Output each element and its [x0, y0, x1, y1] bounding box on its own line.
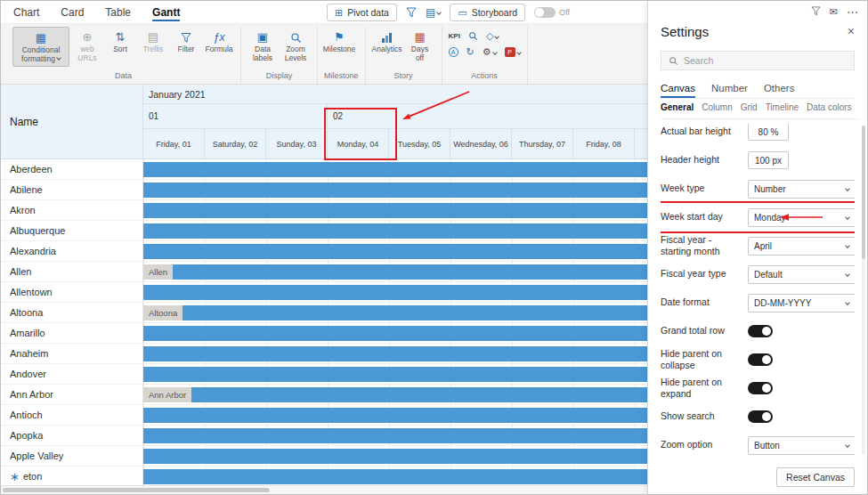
gantt-bar[interactable]	[143, 203, 649, 218]
subtab-data-colors[interactable]: Data colors	[807, 102, 852, 118]
data-labels-button[interactable]: ▣ Data labels	[247, 27, 278, 65]
gantt-bar[interactable]	[191, 387, 649, 402]
row-name-cell[interactable]: Allen	[1, 262, 143, 281]
subtab-grid[interactable]: Grid	[741, 102, 758, 118]
conditional-formatting-button[interactable]: ▦ Conditional formatting	[12, 27, 69, 67]
storyboard-toggle[interactable]: Off	[534, 7, 570, 18]
storyboard-button[interactable]: ▭ Storyboard	[450, 4, 525, 21]
row-name-cell[interactable]: Anaheim	[1, 344, 143, 363]
gantt-bar[interactable]	[143, 326, 649, 341]
pivot-data-button[interactable]: ⊞ Pivot data	[327, 4, 397, 21]
gantt-row[interactable]: Aberdeen	[1, 159, 649, 180]
row-name-cell[interactable]: Alexandria	[1, 241, 143, 261]
name-column-header[interactable]: Name	[1, 85, 143, 158]
gantt-bar[interactable]	[143, 162, 649, 177]
row-name-cell[interactable]: Aberdeen	[1, 159, 143, 179]
gantt-row[interactable]: Apple Valley	[1, 446, 649, 467]
day-header-cell[interactable]: Sunday, 03	[266, 129, 328, 158]
subtab-timeline[interactable]: Timeline	[766, 102, 799, 118]
gantt-bar[interactable]	[173, 264, 649, 280]
gantt-row[interactable]: Anaheim	[1, 344, 649, 364]
tab-gantt[interactable]: Gantt	[152, 3, 180, 21]
gantt-row[interactable]: Andover	[1, 364, 649, 385]
value-input[interactable]: 80 %	[748, 124, 789, 141]
toggle-switch[interactable]	[748, 325, 773, 337]
gantt-bar[interactable]	[143, 428, 649, 443]
month-header[interactable]: January 2021	[143, 85, 649, 104]
filter-icon[interactable]	[811, 6, 821, 18]
gantt-bar[interactable]	[143, 244, 649, 259]
day-header-cell[interactable]: Wednesday, 06	[450, 129, 512, 158]
day-header-cell[interactable]: Saturday, 02	[205, 129, 266, 158]
tab-table[interactable]: Table	[105, 3, 131, 21]
horizontal-scrollbar[interactable]	[1, 485, 649, 494]
gantt-bar[interactable]	[143, 346, 649, 361]
formula-button[interactable]: ƒx Formula	[204, 27, 234, 56]
tab-number[interactable]: Number	[711, 83, 748, 98]
more-options-icon[interactable]: ⋯	[847, 5, 858, 19]
row-name-cell[interactable]: Ann Arbor	[1, 385, 143, 404]
toggle-switch[interactable]	[748, 353, 773, 366]
scrollbar-thumb[interactable]	[3, 488, 270, 492]
gantt-bar[interactable]	[143, 285, 649, 300]
row-name-cell[interactable]: Akron	[1, 200, 143, 220]
tab-canvas[interactable]: Canvas	[661, 83, 695, 98]
row-name-cell[interactable]: ∗ eton	[1, 467, 143, 486]
refresh-icon[interactable]: ↻	[466, 46, 475, 58]
reset-canvas-button[interactable]: Reset Canvas	[776, 467, 855, 487]
gantt-row[interactable]: Allen Allen	[1, 262, 649, 282]
gantt-row[interactable]: Abilene	[1, 180, 649, 200]
tab-card[interactable]: Card	[61, 3, 84, 21]
gear-icon[interactable]: ⚙	[483, 46, 497, 58]
gantt-bar[interactable]	[143, 183, 649, 198]
gantt-bar[interactable]	[143, 223, 649, 239]
kpi-button[interactable]: KPI	[449, 32, 460, 40]
value-input[interactable]: 100 px	[748, 151, 789, 169]
web-urls-button[interactable]: ⊕ web URLs	[72, 27, 102, 65]
close-icon[interactable]: ×	[848, 24, 855, 38]
filter-icon[interactable]	[406, 7, 417, 18]
dropdown[interactable]: Default	[748, 265, 855, 284]
subtab-general[interactable]: General	[661, 102, 694, 118]
gantt-row[interactable]: Altoona Altoona	[1, 303, 649, 323]
row-name-cell[interactable]: Andover	[1, 364, 143, 384]
week-header-cell[interactable]: 01	[143, 104, 328, 128]
days-off-button[interactable]: ▦ Days off	[405, 27, 435, 65]
day-header-cell[interactable]: Monday, 04	[328, 129, 389, 158]
tab-chart[interactable]: Chart	[13, 3, 39, 21]
gantt-row[interactable]: Antioch	[1, 405, 649, 426]
row-name-cell[interactable]: Albuquerque	[1, 221, 143, 240]
expand-icon[interactable]: ∗	[10, 470, 20, 483]
toggle-switch[interactable]	[748, 382, 773, 394]
row-name-cell[interactable]: Apopka	[1, 426, 143, 445]
dropdown[interactable]: DD-MM-YYYY	[748, 294, 855, 312]
gantt-row[interactable]: Alexandria	[1, 241, 649, 262]
analytics-button[interactable]: Analytics	[372, 27, 402, 56]
panel-scrollbar-thumb[interactable]	[862, 126, 865, 259]
day-header-cell[interactable]: Friday, 08	[573, 129, 635, 158]
trellis-button[interactable]: ▤ Trellis	[138, 27, 168, 56]
sort-button[interactable]: ⇅ Sort	[105, 27, 135, 56]
row-name-cell[interactable]: Antioch	[1, 405, 143, 425]
search-input[interactable]: Search	[661, 51, 855, 70]
toggle-switch[interactable]	[748, 410, 773, 423]
gantt-row[interactable]: Apopka	[1, 426, 649, 446]
zoom-levels-button[interactable]: Zoom Levels	[280, 27, 311, 65]
annotation-a-icon[interactable]: A	[449, 47, 458, 57]
layers-icon[interactable]: ▤	[426, 6, 441, 19]
gantt-row[interactable]: ∗ eton	[1, 467, 649, 487]
row-name-cell[interactable]: Altoona	[1, 303, 143, 322]
gantt-row[interactable]: Allentown	[1, 282, 649, 303]
tab-others[interactable]: Others	[764, 83, 795, 98]
gantt-bar[interactable]	[143, 408, 649, 423]
gantt-bar[interactable]	[183, 305, 649, 321]
row-name-cell[interactable]: Apple Valley	[1, 446, 143, 466]
row-name-cell[interactable]: Amarillo	[1, 323, 143, 343]
row-name-cell[interactable]: Abilene	[1, 180, 143, 199]
row-name-cell[interactable]: Allentown	[1, 282, 143, 302]
day-header-cell[interactable]: Thursday, 07	[512, 129, 573, 158]
gantt-bar[interactable]	[143, 367, 649, 382]
week-header-cell[interactable]: 02	[328, 104, 649, 128]
milestone-button[interactable]: ⚑ Milestone	[324, 27, 354, 56]
filter-button[interactable]: Filter	[171, 27, 201, 56]
